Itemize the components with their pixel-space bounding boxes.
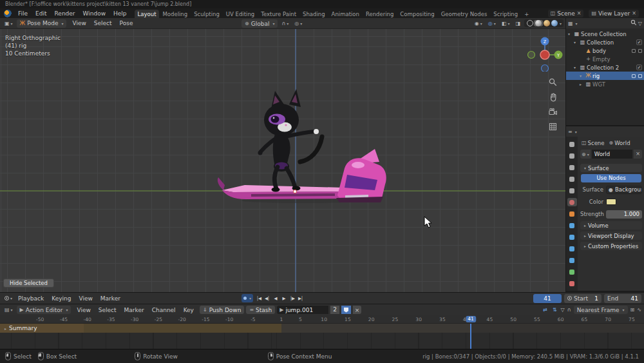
timeline-menu-view[interactable]: View [75, 295, 96, 302]
surface-shader-dropdown[interactable]: ● Background [606, 186, 642, 194]
gizmo-neg-y-ball[interactable] [528, 52, 535, 59]
dopesheet-menu-select[interactable]: Select [95, 307, 120, 313]
push-down-button[interactable]: ⇓ Push Down [200, 306, 244, 314]
panel-viewport-display[interactable]: ▸Viewport Display [580, 231, 642, 240]
pose-icon[interactable] [632, 74, 636, 78]
gizmo-neg-z-ball[interactable] [542, 65, 549, 72]
color-swatch[interactable] [606, 199, 616, 205]
play-icon[interactable]: ▶ [279, 294, 288, 302]
copy-keyframes-icon[interactable]: ⊞ [630, 307, 635, 313]
hide-selected-button[interactable]: Hide Selected [3, 279, 54, 288]
disclosure-icon[interactable]: ▸ [580, 82, 584, 86]
hoverboard[interactable] [218, 149, 386, 202]
properties-editor-icon[interactable]: ≡ [568, 129, 573, 135]
breadcrumb-world[interactable]: ⊕ World [607, 140, 631, 146]
playhead-line[interactable] [470, 324, 471, 349]
panel-custom-properties[interactable]: ▸Custom Properties [580, 242, 642, 250]
transform-orientation-dropdown[interactable]: ⊕ Global ▾ [242, 19, 278, 28]
workspace-tab-plus[interactable]: + [521, 10, 532, 18]
dopesheet-editor-type-button[interactable]: ▤▾ [3, 306, 15, 313]
workspace-tab-uv-editing[interactable]: UV Editing [223, 10, 258, 18]
world-browse-button[interactable]: ⊕▾ [580, 150, 591, 159]
playhead-frame-tag[interactable]: 41 [466, 316, 476, 322]
outliner-row-collection[interactable]: ▾▥Collection✓ [566, 38, 644, 46]
scene-unlink-icon[interactable]: × [577, 10, 582, 16]
visibility-icon[interactable] [638, 74, 642, 78]
properties-tab-particles[interactable] [567, 233, 577, 241]
outliner-row-wgt[interactable]: ▸▥WGT [566, 80, 644, 88]
properties-tab-modifiers[interactable] [567, 221, 577, 230]
action-users-count[interactable]: 2 [330, 306, 339, 314]
dopesheet-menu-view[interactable]: View [73, 307, 94, 313]
outliner-filter-icon[interactable]: ▽ [638, 21, 642, 26]
menu-file[interactable]: File [14, 10, 32, 17]
workspace-tab-scripting[interactable]: Scripting [490, 10, 521, 18]
workspace-tab-texture-paint[interactable]: Texture Paint [258, 10, 299, 18]
disclosure-icon[interactable]: ▾ [568, 32, 573, 36]
strength-slider[interactable]: 1.000 [606, 210, 642, 219]
dopesheet-mode-dropdown[interactable]: ▶ Action Editor ▾ [17, 306, 71, 314]
timeline-menu-marker[interactable]: Marker [97, 295, 124, 302]
viewport-menu-pose[interactable]: Pose [116, 20, 137, 26]
overlays-toggle[interactable]: ◧▾ [500, 20, 512, 27]
proportional-edit-toggle[interactable]: ◎▾ [292, 20, 304, 27]
disclosure-icon[interactable]: ▾ [574, 40, 578, 44]
auto-keying-toggle[interactable]: ▾ [242, 294, 253, 302]
camera-view-icon[interactable] [547, 106, 558, 117]
outliner-search-icon[interactable] [630, 19, 637, 27]
panel-volume[interactable]: ▸Volume [580, 221, 642, 230]
frame-ruler[interactable]: -50-45-40-35-30-25-20-15-10-515101520253… [0, 315, 644, 324]
fake-user-shield-button[interactable] [341, 306, 351, 314]
scene-selector[interactable]: ◫ Scene × [548, 10, 584, 17]
properties-tab-object-data[interactable] [567, 268, 577, 276]
sync-markers-toggle[interactable]: ⇄ [542, 307, 549, 313]
use-nodes-button[interactable]: Use Nodes [581, 174, 641, 182]
xray-toggle[interactable]: ◨ [513, 20, 522, 27]
properties-tab-object[interactable] [567, 210, 577, 218]
menu-window[interactable]: Window [79, 10, 110, 17]
world-unlink-button[interactable]: × [634, 150, 642, 159]
play-reverse-icon[interactable]: ◀ [271, 294, 279, 302]
mode-dropdown[interactable]: Ж Pose Mode ▾ [17, 19, 67, 28]
move-view-hand-icon[interactable] [547, 92, 558, 102]
gizmos-toggle[interactable]: ◎▾ [486, 20, 498, 27]
stash-button[interactable]: ≡ Stash [246, 306, 275, 314]
menu-render[interactable]: Render [51, 10, 79, 17]
snap-mode-dropdown[interactable]: Nearest Frame ▾ [574, 306, 628, 314]
outliner-row-body[interactable]: ▲body [566, 46, 644, 55]
shading-solid-button[interactable] [535, 20, 542, 26]
properties-tab-world[interactable] [567, 198, 577, 206]
properties-tab-scene[interactable] [567, 186, 577, 195]
timeline-menu-playback[interactable]: Playback [14, 295, 48, 302]
properties-tab-render[interactable] [567, 152, 577, 160]
summary-channel[interactable]: ▸ Summary [3, 325, 37, 331]
frame-start-field[interactable]: Start 1 [564, 294, 601, 303]
workspace-tab-shading[interactable]: Shading [299, 10, 328, 18]
blender-logo-icon[interactable] [4, 10, 12, 17]
jump-to-start-icon[interactable]: │◀ [254, 294, 263, 302]
properties-tab-output[interactable] [567, 163, 577, 172]
outliner-row-empty[interactable]: +Empty [566, 55, 644, 63]
menu-help[interactable]: Help [109, 10, 131, 17]
viewport-menu-select[interactable]: Select [90, 20, 116, 26]
menu-edit[interactable]: Edit [32, 10, 50, 17]
outliner-editor-icon[interactable]: ▦ [568, 21, 573, 26]
breadcrumb-scene[interactable]: ◫ Scene [580, 140, 605, 146]
shading-material-button[interactable] [544, 20, 550, 26]
outliner-row-rig[interactable]: ▾Жrig [566, 72, 644, 80]
action-unlink-button[interactable]: × [353, 306, 361, 314]
sliders-toggle[interactable]: ⇅ [551, 307, 558, 313]
dopesheet-menu-channel[interactable]: Channel [148, 307, 180, 313]
gizmo-x-ball[interactable] [540, 50, 549, 59]
workspace-tab-compositing[interactable]: Compositing [397, 10, 437, 18]
collection-checkbox[interactable]: ✓ [636, 39, 642, 45]
workspace-tab-modeling[interactable]: Modeling [159, 10, 191, 18]
outliner-row-collection-2[interactable]: ▾▥Collection 2✓ [566, 63, 644, 72]
timeline-editor-type-button[interactable]: ▾ [3, 295, 14, 301]
fcurve-icon[interactable]: ∿ [637, 307, 641, 313]
screen-icon[interactable] [638, 49, 642, 53]
properties-tab-tool[interactable] [567, 140, 577, 148]
dopesheet-menu-key[interactable]: Key [180, 307, 198, 313]
grid-ortho-toggle-icon[interactable] [547, 121, 558, 132]
dopesheet-body[interactable]: -50-45-40-35-30-25-20-15-10-515101520253… [0, 315, 644, 349]
